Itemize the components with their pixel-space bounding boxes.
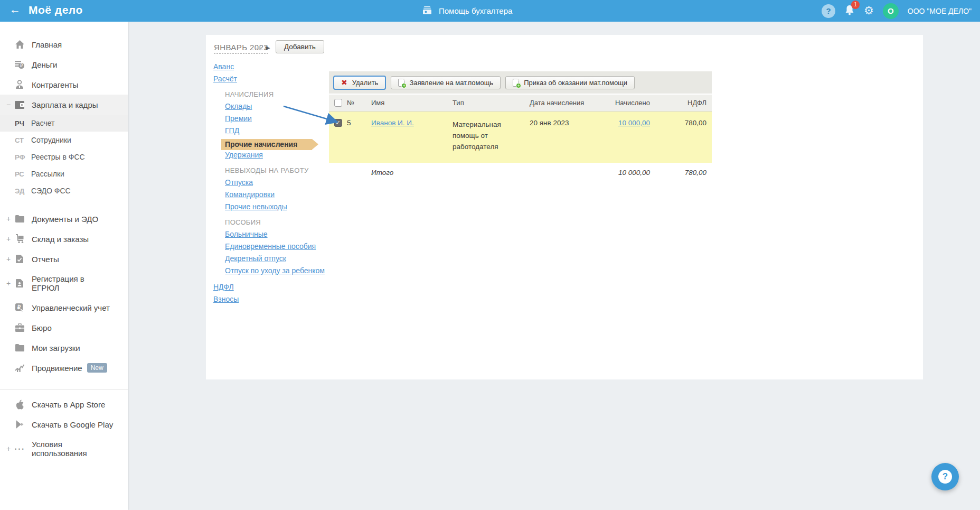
sidebar-divider: [0, 390, 128, 390]
assistant-label: Помощь бухгалтера: [439, 6, 512, 15]
subnav-otpuska-link[interactable]: Отпуска: [225, 178, 253, 187]
sidebar-item-usloviya-ispolzovaniya[interactable]: + ⋯ Условия использования: [0, 434, 128, 463]
ruble-card-icon: ₽: [14, 302, 25, 313]
subnav-dekretnyj-link[interactable]: Декретный отпуск: [225, 254, 286, 263]
total-accrued: 10 000,00: [609, 169, 655, 177]
subnav-ndfl-link[interactable]: НДФЛ: [213, 283, 234, 291]
row-num: 5: [347, 119, 371, 127]
expand-expander[interactable]: +: [5, 255, 12, 263]
subnav-prochie-nachisleniya-selected[interactable]: Прочие начисления: [221, 139, 312, 150]
subnav-prochie-nevyhody-link[interactable]: Прочие невыходы: [225, 202, 287, 211]
company-name[interactable]: ООО "МОЕ ДЕЛО": [908, 7, 972, 15]
sidebar-item-sklad-zakazy[interactable]: + Склад и заказы: [0, 229, 128, 249]
subnav-bolnichnye-link[interactable]: Больничные: [225, 230, 268, 238]
sidebar-subitem-sedo-fss[interactable]: ЭД СЭДО ФСС: [0, 182, 128, 199]
assistant-shortcut[interactable]: Помощь бухгалтера: [422, 0, 512, 22]
subnav-vznosy-link[interactable]: Взносы: [213, 295, 239, 303]
new-badge: New: [87, 363, 107, 373]
promotion-chart-icon: [14, 363, 25, 373]
sidebar-item-dokumenty-edo[interactable]: + Документы и ЭДО: [0, 209, 128, 229]
document-add-icon: +: [513, 79, 519, 87]
employee-name-link[interactable]: Иванов И. И.: [371, 119, 414, 127]
total-label: Итого: [371, 169, 453, 177]
subnav-edinovremennye-link[interactable]: Единовременные пособия: [225, 242, 316, 251]
wallet-icon: [14, 99, 25, 110]
row-date: 20 янв 2023: [530, 119, 609, 127]
col-header-num: №: [347, 99, 371, 107]
briefcase-icon: [14, 322, 25, 333]
row-checkbox[interactable]: [334, 119, 342, 127]
sidebar: Главная ₽ Деньги Контрагенты − Зарплата …: [0, 22, 128, 510]
sidebar-subitem-reestry-fss[interactable]: РФ Реестры в ФСС: [0, 149, 128, 165]
back-arrow-icon[interactable]: ←: [10, 3, 21, 16]
subnav-gpd-link[interactable]: ГПД: [225, 126, 239, 135]
help-icon[interactable]: ?: [822, 4, 835, 18]
sidebar-item-prodvizhenie[interactable]: Продвижение New: [0, 358, 128, 378]
subnav-section-posobiya: ПОСОБИЯ: [225, 218, 327, 230]
sidebar-item-registraciya-egrul[interactable]: + Регистрация в ЕГРЮЛ: [0, 269, 128, 298]
expand-expander[interactable]: +: [5, 279, 12, 288]
user-avatar[interactable]: O: [883, 3, 899, 19]
expand-expander[interactable]: +: [5, 215, 12, 223]
sidebar-item-moi-zagruzki[interactable]: Мои загрузки: [0, 338, 128, 358]
subnav-premii-link[interactable]: Премии: [225, 114, 252, 123]
collapse-expander[interactable]: −: [5, 100, 12, 109]
sidebar-item-dengi[interactable]: ₽ Деньги: [0, 54, 128, 75]
sidebar-item-google-play[interactable]: Скачать в Google Play: [0, 414, 128, 434]
registration-doc-icon: [14, 278, 25, 289]
sidebar-item-upravlencheskiy-uchet[interactable]: ₽ Управленческий учет: [0, 298, 128, 318]
notifications-button[interactable]: 1: [844, 4, 855, 18]
subnav-otpusk-uhod-link[interactable]: Отпуск по уходу за ребенком: [225, 266, 325, 275]
app-logo[interactable]: Моё дело: [29, 4, 83, 16]
sidebar-subitem-rassylki[interactable]: РС Рассылки: [0, 165, 128, 182]
person-icon: [14, 79, 25, 90]
sidebar-item-app-store[interactable]: Скачать в App Store: [0, 394, 128, 414]
delete-x-icon: ✖: [341, 79, 347, 86]
topbar-right: ? 1 ⚙ O ООО "МОЕ ДЕЛО": [822, 0, 972, 22]
order-matpomosch-button[interactable]: + Приказ об оказании мат.помощи: [505, 76, 635, 89]
application-matpomosch-button[interactable]: + Заявление на мат.помощь: [391, 76, 501, 89]
cash-register-icon: [422, 5, 434, 16]
apple-icon: [14, 399, 25, 410]
expand-expander[interactable]: +: [5, 235, 12, 243]
home-icon: [14, 39, 25, 50]
col-header-date: Дата начисления: [530, 99, 609, 107]
notification-badge: 1: [851, 1, 860, 9]
row-type: Материальная помощь от работодателя: [453, 119, 530, 152]
prev-month-arrow[interactable]: ◀: [256, 44, 260, 51]
subnav-uderzhaniya-link[interactable]: Удержания: [225, 151, 263, 159]
sidebar-item-byuro[interactable]: Бюро: [0, 318, 128, 338]
dots-icon: ⋯: [14, 443, 25, 454]
next-month-arrow[interactable]: ▶: [266, 44, 270, 51]
sidebar-item-otchety[interactable]: + Отчеты: [0, 249, 128, 269]
subnav-oklady-link[interactable]: Оклады: [225, 102, 252, 110]
sidebar-subitem-sotrudniki[interactable]: СТ Сотрудники: [0, 132, 128, 149]
select-all-checkbox[interactable]: [334, 99, 342, 107]
google-play-icon: [14, 419, 25, 430]
table-total-row: Итого 10 000,00 780,00: [329, 163, 712, 182]
sidebar-item-zarplata-i-kadry[interactable]: − Зарплата и кадры: [0, 95, 128, 115]
cart-icon: [14, 234, 25, 244]
document-add-icon: +: [398, 79, 404, 87]
money-icon: ₽: [14, 59, 25, 70]
sidebar-item-glavnaya[interactable]: Главная: [0, 34, 128, 54]
subnav-komandirovki-link[interactable]: Командировки: [225, 190, 275, 199]
subnav-avans-link[interactable]: Аванс: [213, 62, 234, 71]
col-header-accrued: Начислено: [609, 99, 655, 107]
row-ndfl: 780,00: [655, 119, 712, 127]
svg-text:₽: ₽: [17, 304, 21, 310]
accrued-amount-link[interactable]: 10 000,00: [618, 119, 650, 127]
sidebar-item-kontragenty[interactable]: Контрагенты: [0, 75, 128, 95]
question-mark-icon: ?: [938, 470, 952, 484]
add-button[interactable]: Добавить: [276, 40, 324, 53]
delete-button[interactable]: ✖ Удалить: [333, 76, 386, 90]
table-toolbar: ✖ Удалить + Заявление на мат.помощь + Пр…: [329, 71, 712, 94]
sidebar-subitem-raschet[interactable]: РЧ Расчет: [0, 115, 128, 132]
col-header-name: Имя: [371, 99, 453, 107]
svg-text:₽: ₽: [20, 63, 23, 68]
floating-help-button[interactable]: ?: [931, 463, 959, 490]
content-card: ЯНВАРЬ 2023 ◀ ▶ Добавить Аванс Расчёт НА…: [206, 35, 923, 379]
expand-expander[interactable]: +: [5, 444, 12, 453]
subnav-raschet-link[interactable]: Расчёт: [213, 75, 237, 83]
settings-gear-icon[interactable]: ⚙: [864, 5, 874, 16]
